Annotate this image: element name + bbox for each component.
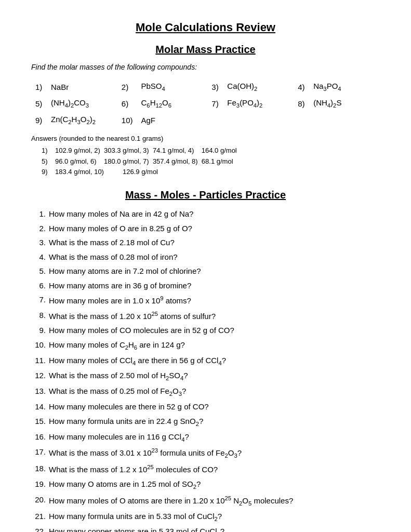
compound-num-1: 1)	[31, 78, 47, 95]
question-13: 13. What is the mass of 0.25 mol of Fe2O…	[31, 385, 380, 398]
compound-1: NaBr	[47, 78, 117, 95]
question-9: 9. How many moles of CO molecules are in…	[31, 325, 380, 337]
q8-text: What is the mass of 1.20 x 1025 atoms of…	[49, 310, 380, 323]
question-6: 6. How many atoms are in 36 g of bromine…	[31, 280, 380, 292]
answers-section: Answers (rounded to the nearest 0.1 gram…	[31, 134, 380, 178]
q10-text: How many moles of C2H6 are in 124 g?	[49, 339, 380, 352]
question-10: 10. How many moles of C2H6 are in 124 g?	[31, 339, 380, 352]
compound-2: PbSO4	[137, 78, 208, 95]
molar-mass-title: Molar Mass Practice	[31, 44, 380, 56]
q21-text: How many formula units are in 5.33 mol o…	[49, 511, 380, 524]
compound-num-5: 5)	[31, 95, 47, 112]
question-list: 1. How many moles of Na are in 42 g of N…	[31, 208, 380, 532]
compound-3: Ca(OH)2	[223, 78, 294, 95]
q3-text: What is the mass of 2.18 mol of Cu?	[49, 237, 380, 249]
compound-10: AgF	[137, 112, 208, 128]
q1-text: How many moles of Na are in 42 g of Na?	[49, 208, 380, 220]
question-2: 2. How many moles of O are in 8.25 g of …	[31, 223, 380, 235]
compound-num-8: 8)	[294, 95, 309, 112]
q2-text: How many moles of O are in 8.25 g of O?	[49, 223, 380, 235]
compound-7: Fe3(PO4)2	[223, 95, 294, 112]
question-22: 22. How many copper atoms are in 5.33 mo…	[31, 526, 380, 532]
molar-mass-table: 1) NaBr 2) PbSO4 3) Ca(OH)2 4) Na3PO4 5)…	[31, 78, 380, 128]
q17-text: What is the mass of 3.01 x 1023 formula …	[49, 446, 380, 460]
answer-row-3: 9) 183.4 g/mol, 10) 126.9 g/mol	[31, 167, 380, 178]
q9-text: How many moles of CO molecules are in 52…	[49, 325, 380, 337]
q7-text: How many moles are in 1.0 x 109 atoms?	[49, 294, 380, 307]
question-21: 21. How many formula units are in 5.33 m…	[31, 511, 380, 524]
compound-6: C6H12O6	[137, 95, 208, 112]
instructions: Find the molar masses of the following c…	[31, 63, 380, 71]
q4-text: What is the mass of 0.28 mol of iron?	[49, 251, 380, 263]
question-5: 5. How many atoms are in 7.2 mol of chlo…	[31, 265, 380, 277]
question-4: 4. What is the mass of 0.28 mol of iron?	[31, 251, 380, 263]
compound-num-3: 3)	[207, 78, 223, 95]
question-18: 18. What is the mass of 1.2 x 1025 molec…	[31, 463, 380, 476]
answer-row-2: 5) 96.0 g/mol, 6) 180.0 g/mol, 7) 357.4 …	[31, 156, 380, 167]
q6-text: How many atoms are in 36 g of bromine?	[49, 280, 380, 292]
compound-4: Na3PO4	[309, 78, 380, 95]
question-1: 1. How many moles of Na are in 42 g of N…	[31, 208, 380, 220]
question-15: 15. How many formula units are in 22.4 g…	[31, 416, 380, 429]
answer-row-1: 1) 102.9 g/mol, 2) 303.3 g/mol, 3) 74.1 …	[31, 145, 380, 156]
question-14: 14. How many molecules are there in 52 g…	[31, 401, 380, 413]
question-3: 3. What is the mass of 2.18 mol of Cu?	[31, 237, 380, 249]
compound-num-2: 2)	[117, 78, 137, 95]
question-19: 19. How many O atoms are in 1.25 mol of …	[31, 478, 380, 491]
answers-header: Answers (rounded to the nearest 0.1 gram…	[31, 134, 380, 144]
question-17: 17. What is the mass of 3.01 x 1023 form…	[31, 446, 380, 460]
question-20: 20. How many moles of O atoms are there …	[31, 494, 380, 508]
q20-text: How many moles of O atoms are there in 1…	[49, 494, 380, 508]
compound-num-7: 7)	[207, 95, 223, 112]
q13-text: What is the mass of 0.25 mol of Fe2O3?	[49, 385, 380, 398]
q5-text: How many atoms are in 7.2 mol of chlorin…	[49, 265, 380, 277]
compound-num-9: 9)	[31, 112, 47, 128]
page-title: Mole Calculations Review	[31, 21, 380, 34]
q18-text: What is the mass of 1.2 x 1025 molecules…	[49, 463, 380, 476]
compound-9: Zn(C2H3O2)2	[47, 112, 117, 128]
q14-text: How many molecules are there in 52 g of …	[49, 401, 380, 413]
question-16: 16. How many molecules are in 116 g CCl4…	[31, 431, 380, 444]
compound-num-10: 10)	[117, 112, 137, 128]
page-container: Mole Calculations Review Molar Mass Prac…	[31, 21, 380, 532]
q12-text: What is the mass of 2.50 mol of H2SO4?	[49, 370, 380, 383]
question-12: 12. What is the mass of 2.50 mol of H2SO…	[31, 370, 380, 383]
question-8: 8. What is the mass of 1.20 x 1025 atoms…	[31, 310, 380, 323]
q15-text: How many formula units are in 22.4 g SnO…	[49, 416, 380, 429]
compound-num-4: 4)	[294, 78, 309, 95]
mass-moles-section: Mass - Moles - Particles Practice 1. How…	[31, 189, 380, 532]
q22-text: How many copper atoms are in 5.33 mol of…	[49, 526, 380, 532]
question-7: 7. How many moles are in 1.0 x 109 atoms…	[31, 294, 380, 307]
mass-moles-title: Mass - Moles - Particles Practice	[31, 189, 380, 201]
q16-text: How many molecules are in 116 g CCl4?	[49, 431, 380, 444]
compound-5: (NH4)2CO3	[47, 95, 117, 112]
question-11: 11. How many moles of CCl4 are there in …	[31, 355, 380, 368]
compound-num-6: 6)	[117, 95, 137, 112]
q19-text: How many O atoms are in 1.25 mol of SO2?	[49, 478, 380, 491]
compound-8: (NH4)2S	[309, 95, 380, 112]
q11-text: How many moles of CCl4 are there in 56 g…	[49, 355, 380, 368]
